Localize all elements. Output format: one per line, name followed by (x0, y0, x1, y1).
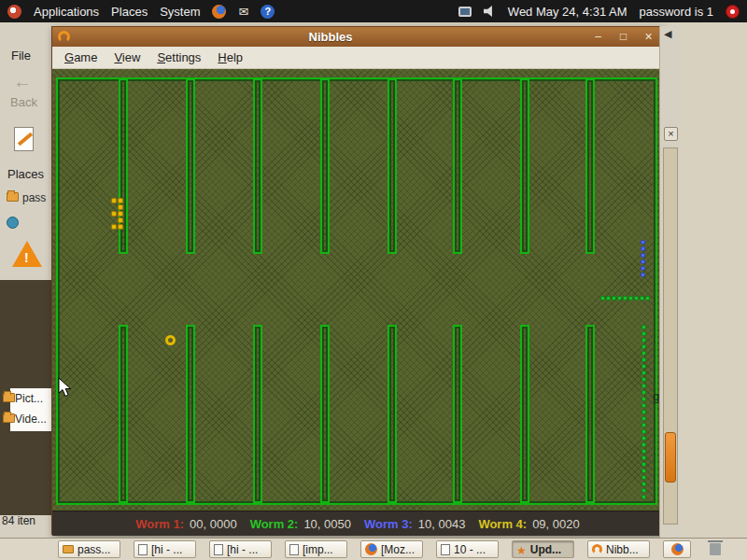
display-icon[interactable] (458, 7, 472, 17)
green-worm-vertical-segment (641, 475, 646, 480)
menu-system[interactable]: System (160, 5, 200, 19)
green-worm-vertical-segment (641, 325, 646, 329)
trash-icon[interactable] (710, 543, 721, 555)
taskbar-window-button[interactable]: Nibb... (587, 540, 650, 558)
menu-applications[interactable]: Applications (34, 5, 99, 19)
panel-status-text: password is 1 (640, 5, 713, 19)
green-worm-vertical-segment (641, 338, 646, 343)
sidebar-item-pictures[interactable]: Pict... (15, 392, 52, 405)
yellow-worm-segment (118, 198, 123, 203)
volume-icon[interactable] (484, 6, 496, 17)
taskbar-window-button[interactable]: [hi - ... (209, 540, 272, 558)
green-worm-horizontal-segment (634, 296, 639, 301)
green-worm-vertical-segment (641, 455, 646, 460)
window-title: Nibbles (70, 30, 591, 44)
nibbles-app-icon (58, 31, 70, 43)
update-icon (516, 541, 527, 558)
green-worm-vertical-segment (641, 482, 646, 486)
top-panel: Applications Places System ✉ ? Wed May 2… (0, 0, 747, 22)
folder-icon (63, 545, 74, 553)
menu-help[interactable]: Help (209, 49, 251, 66)
nibbles-titlebar[interactable]: Nibbles – □ × (52, 27, 663, 47)
desktop: Applications Places System ✉ ? Wed May 2… (0, 0, 747, 560)
mail-icon[interactable]: ✉ (238, 5, 248, 19)
worm4-score: Worm 4: 09, 0020 (478, 517, 579, 531)
back-button[interactable]: Back (10, 95, 37, 109)
taskbar-window-button[interactable]: [Moz... (360, 540, 423, 558)
green-worm-horizontal-segment (640, 296, 644, 301)
help-icon[interactable]: ? (261, 5, 275, 19)
firefox-launcher-icon[interactable] (212, 5, 226, 19)
sidebar-item-pass[interactable]: pass (22, 191, 52, 204)
clock[interactable]: Wed May 24, 4:31 AM (508, 5, 627, 19)
nibbles-board (52, 69, 663, 511)
green-worm-horizontal-segment (645, 296, 650, 301)
taskbar-window-button[interactable]: [imp... (285, 540, 347, 558)
folder-icon (3, 393, 15, 402)
chevron-left-icon[interactable]: ◀ (664, 28, 671, 40)
worm3-score: Worm 3: 10, 0043 (364, 517, 465, 531)
green-worm-vertical-segment (641, 495, 646, 499)
taskbar-window-button[interactable]: 10 - ... (436, 540, 499, 558)
taskbar-window-button[interactable]: pass... (58, 540, 120, 558)
taskbar: pass... [hi - ... [hi - ... [imp... [Moz… (0, 538, 747, 560)
maximize-button[interactable]: □ (616, 30, 630, 44)
minimize-button[interactable]: – (591, 30, 605, 44)
green-worm-vertical-segment (641, 364, 646, 369)
back-arrow-icon: ← (13, 71, 32, 92)
distro-icon[interactable] (7, 5, 21, 19)
firefox-icon (671, 543, 684, 555)
green-worm-vertical-segment (641, 442, 646, 447)
doc-icon (289, 544, 299, 555)
maze-wall-top (585, 78, 595, 254)
green-worm-vertical-segment (641, 449, 646, 454)
background-close-button[interactable]: × (664, 127, 678, 141)
maze-wall-bottom (253, 325, 262, 503)
maze-wall-bottom (320, 325, 330, 503)
maze-wall-bottom (453, 325, 462, 503)
green-worm-vertical-segment (641, 344, 646, 349)
green-worm-vertical-segment (641, 384, 646, 388)
firefox-icon (365, 543, 377, 555)
menu-places[interactable]: Places (111, 5, 148, 19)
maze-wall-top (453, 78, 462, 254)
file-manager-status: 84 iten (2, 514, 54, 527)
taskbar-window-button[interactable]: Upd... (512, 540, 574, 558)
edit-document-icon[interactable] (14, 127, 34, 151)
nibbles-menubar: Game View Settings Help (52, 47, 663, 69)
maze-border-wall (56, 77, 657, 505)
green-worm-vertical-segment (641, 410, 646, 414)
places-label[interactable]: Places (7, 167, 44, 181)
blue-worm-segment (641, 273, 645, 277)
keyring-icon[interactable] (726, 5, 740, 19)
network-globe-icon[interactable] (7, 217, 19, 229)
close-button[interactable]: × (641, 30, 655, 44)
blue-worm-segment (641, 246, 645, 251)
maze-wall-bottom (520, 325, 529, 503)
maze-wall-top (186, 78, 195, 254)
doc-icon (441, 544, 450, 555)
green-worm-vertical-segment (641, 416, 646, 421)
blue-worm-segment (641, 240, 645, 245)
file-menu[interactable]: File (11, 49, 31, 63)
warning-exclamation: ! (24, 250, 29, 265)
menu-settings[interactable]: Settings (148, 49, 209, 66)
green-worm-horizontal-segment (600, 296, 605, 301)
sidebar-item-videos[interactable]: Vide... (15, 413, 52, 426)
taskbar-firefox-button[interactable] (663, 540, 691, 558)
menu-view[interactable]: View (106, 49, 148, 66)
worm-icon (592, 544, 602, 554)
yellow-worm-segment (118, 224, 123, 230)
scrollbar-thumb[interactable] (665, 432, 676, 483)
taskbar-window-button[interactable]: [hi - ... (134, 540, 196, 558)
green-worm-vertical-segment (641, 397, 646, 401)
menu-game[interactable]: Game (56, 49, 106, 66)
scrollbar-track[interactable] (663, 147, 678, 525)
blue-worm-segment (641, 253, 645, 258)
green-worm-vertical-segment (641, 462, 646, 467)
green-worm-vertical-segment (641, 351, 646, 356)
yellow-worm-segment (118, 204, 123, 210)
maze-wall-bottom (388, 325, 397, 503)
blue-worm-segment (641, 259, 645, 264)
folder-icon (3, 413, 15, 423)
